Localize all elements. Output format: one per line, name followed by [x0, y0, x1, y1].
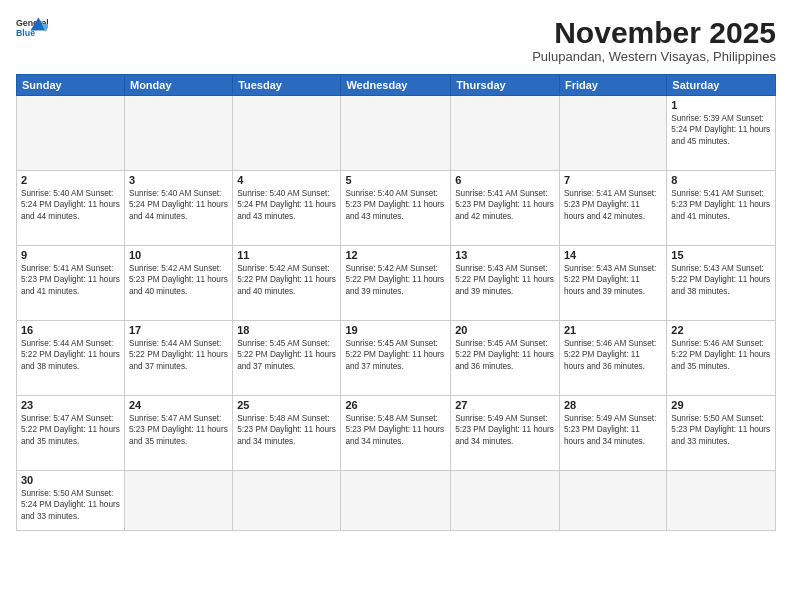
calendar-cell: 30Sunrise: 5:50 AM Sunset: 5:24 PM Dayli… [17, 471, 125, 531]
calendar-cell: 1Sunrise: 5:39 AM Sunset: 5:24 PM Daylig… [667, 96, 776, 171]
day-number: 28 [564, 399, 662, 411]
calendar-cell: 13Sunrise: 5:43 AM Sunset: 5:22 PM Dayli… [451, 246, 560, 321]
day-number: 30 [21, 474, 120, 486]
calendar-cell [451, 96, 560, 171]
calendar-header-monday: Monday [124, 75, 232, 96]
calendar-header-tuesday: Tuesday [233, 75, 341, 96]
calendar-cell: 26Sunrise: 5:48 AM Sunset: 5:23 PM Dayli… [341, 396, 451, 471]
day-info: Sunrise: 5:40 AM Sunset: 5:23 PM Dayligh… [345, 188, 446, 222]
calendar-header-saturday: Saturday [667, 75, 776, 96]
calendar-cell: 14Sunrise: 5:43 AM Sunset: 5:22 PM Dayli… [559, 246, 666, 321]
day-number: 21 [564, 324, 662, 336]
day-info: Sunrise: 5:43 AM Sunset: 5:22 PM Dayligh… [671, 263, 771, 297]
page: General Blue November 2025 Pulupandan, W… [0, 0, 792, 612]
calendar-cell: 10Sunrise: 5:42 AM Sunset: 5:23 PM Dayli… [124, 246, 232, 321]
day-info: Sunrise: 5:48 AM Sunset: 5:23 PM Dayligh… [237, 413, 336, 447]
calendar-cell [559, 471, 666, 531]
day-info: Sunrise: 5:45 AM Sunset: 5:22 PM Dayligh… [455, 338, 555, 372]
calendar-cell: 19Sunrise: 5:45 AM Sunset: 5:22 PM Dayli… [341, 321, 451, 396]
day-info: Sunrise: 5:49 AM Sunset: 5:23 PM Dayligh… [564, 413, 662, 447]
header: General Blue November 2025 Pulupandan, W… [16, 16, 776, 64]
calendar-cell [233, 471, 341, 531]
calendar: SundayMondayTuesdayWednesdayThursdayFrid… [16, 74, 776, 531]
day-info: Sunrise: 5:47 AM Sunset: 5:23 PM Dayligh… [129, 413, 228, 447]
calendar-cell: 7Sunrise: 5:41 AM Sunset: 5:23 PM Daylig… [559, 171, 666, 246]
calendar-cell [341, 471, 451, 531]
day-number: 27 [455, 399, 555, 411]
calendar-cell [451, 471, 560, 531]
day-number: 7 [564, 174, 662, 186]
calendar-cell [124, 471, 232, 531]
day-number: 23 [21, 399, 120, 411]
day-number: 14 [564, 249, 662, 261]
calendar-cell [341, 96, 451, 171]
calendar-cell: 23Sunrise: 5:47 AM Sunset: 5:22 PM Dayli… [17, 396, 125, 471]
calendar-cell: 17Sunrise: 5:44 AM Sunset: 5:22 PM Dayli… [124, 321, 232, 396]
calendar-cell: 27Sunrise: 5:49 AM Sunset: 5:23 PM Dayli… [451, 396, 560, 471]
calendar-header-friday: Friday [559, 75, 666, 96]
day-number: 8 [671, 174, 771, 186]
day-info: Sunrise: 5:41 AM Sunset: 5:23 PM Dayligh… [671, 188, 771, 222]
day-info: Sunrise: 5:43 AM Sunset: 5:22 PM Dayligh… [564, 263, 662, 297]
day-number: 6 [455, 174, 555, 186]
title-section: November 2025 Pulupandan, Western Visaya… [532, 16, 776, 64]
day-info: Sunrise: 5:44 AM Sunset: 5:22 PM Dayligh… [129, 338, 228, 372]
calendar-cell: 4Sunrise: 5:40 AM Sunset: 5:24 PM Daylig… [233, 171, 341, 246]
calendar-cell: 25Sunrise: 5:48 AM Sunset: 5:23 PM Dayli… [233, 396, 341, 471]
day-info: Sunrise: 5:48 AM Sunset: 5:23 PM Dayligh… [345, 413, 446, 447]
calendar-cell: 16Sunrise: 5:44 AM Sunset: 5:22 PM Dayli… [17, 321, 125, 396]
day-info: Sunrise: 5:40 AM Sunset: 5:24 PM Dayligh… [21, 188, 120, 222]
day-number: 9 [21, 249, 120, 261]
day-info: Sunrise: 5:43 AM Sunset: 5:22 PM Dayligh… [455, 263, 555, 297]
calendar-cell: 18Sunrise: 5:45 AM Sunset: 5:22 PM Dayli… [233, 321, 341, 396]
day-info: Sunrise: 5:50 AM Sunset: 5:24 PM Dayligh… [21, 488, 120, 522]
day-number: 11 [237, 249, 336, 261]
day-number: 16 [21, 324, 120, 336]
calendar-cell: 21Sunrise: 5:46 AM Sunset: 5:22 PM Dayli… [559, 321, 666, 396]
day-info: Sunrise: 5:41 AM Sunset: 5:23 PM Dayligh… [21, 263, 120, 297]
calendar-cell [124, 96, 232, 171]
calendar-cell: 12Sunrise: 5:42 AM Sunset: 5:22 PM Dayli… [341, 246, 451, 321]
day-info: Sunrise: 5:41 AM Sunset: 5:23 PM Dayligh… [455, 188, 555, 222]
day-number: 4 [237, 174, 336, 186]
calendar-cell: 11Sunrise: 5:42 AM Sunset: 5:22 PM Dayli… [233, 246, 341, 321]
calendar-header-sunday: Sunday [17, 75, 125, 96]
day-number: 20 [455, 324, 555, 336]
day-info: Sunrise: 5:46 AM Sunset: 5:22 PM Dayligh… [671, 338, 771, 372]
day-info: Sunrise: 5:46 AM Sunset: 5:22 PM Dayligh… [564, 338, 662, 372]
day-info: Sunrise: 5:40 AM Sunset: 5:24 PM Dayligh… [129, 188, 228, 222]
calendar-cell: 22Sunrise: 5:46 AM Sunset: 5:22 PM Dayli… [667, 321, 776, 396]
calendar-header-wednesday: Wednesday [341, 75, 451, 96]
day-info: Sunrise: 5:40 AM Sunset: 5:24 PM Dayligh… [237, 188, 336, 222]
day-number: 24 [129, 399, 228, 411]
calendar-header-row: SundayMondayTuesdayWednesdayThursdayFrid… [17, 75, 776, 96]
day-info: Sunrise: 5:42 AM Sunset: 5:23 PM Dayligh… [129, 263, 228, 297]
calendar-header-thursday: Thursday [451, 75, 560, 96]
calendar-cell [233, 96, 341, 171]
day-number: 10 [129, 249, 228, 261]
day-number: 19 [345, 324, 446, 336]
calendar-cell: 8Sunrise: 5:41 AM Sunset: 5:23 PM Daylig… [667, 171, 776, 246]
calendar-cell: 5Sunrise: 5:40 AM Sunset: 5:23 PM Daylig… [341, 171, 451, 246]
month-title: November 2025 [532, 16, 776, 49]
location: Pulupandan, Western Visayas, Philippines [532, 49, 776, 64]
calendar-cell: 6Sunrise: 5:41 AM Sunset: 5:23 PM Daylig… [451, 171, 560, 246]
calendar-cell [17, 96, 125, 171]
day-number: 5 [345, 174, 446, 186]
day-info: Sunrise: 5:45 AM Sunset: 5:22 PM Dayligh… [345, 338, 446, 372]
calendar-cell: 15Sunrise: 5:43 AM Sunset: 5:22 PM Dayli… [667, 246, 776, 321]
day-info: Sunrise: 5:45 AM Sunset: 5:22 PM Dayligh… [237, 338, 336, 372]
day-number: 13 [455, 249, 555, 261]
day-info: Sunrise: 5:39 AM Sunset: 5:24 PM Dayligh… [671, 113, 771, 147]
calendar-cell: 28Sunrise: 5:49 AM Sunset: 5:23 PM Dayli… [559, 396, 666, 471]
day-number: 29 [671, 399, 771, 411]
day-info: Sunrise: 5:49 AM Sunset: 5:23 PM Dayligh… [455, 413, 555, 447]
day-info: Sunrise: 5:47 AM Sunset: 5:22 PM Dayligh… [21, 413, 120, 447]
logo: General Blue [16, 16, 48, 44]
day-number: 12 [345, 249, 446, 261]
calendar-cell: 2Sunrise: 5:40 AM Sunset: 5:24 PM Daylig… [17, 171, 125, 246]
calendar-cell: 9Sunrise: 5:41 AM Sunset: 5:23 PM Daylig… [17, 246, 125, 321]
calendar-cell: 29Sunrise: 5:50 AM Sunset: 5:23 PM Dayli… [667, 396, 776, 471]
day-number: 15 [671, 249, 771, 261]
day-number: 17 [129, 324, 228, 336]
